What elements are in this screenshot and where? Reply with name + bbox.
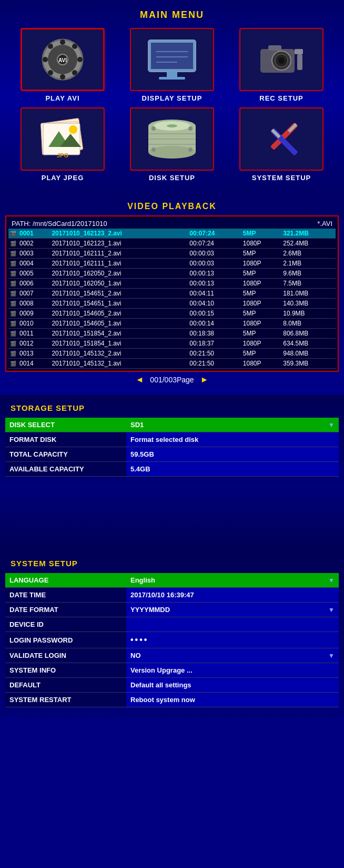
svg-rect-14 [167, 72, 177, 77]
setting-value-cell: Version Upgrage ... [126, 663, 339, 678]
file-resolution: 5MP [241, 329, 281, 339]
video-file-row[interactable]: 🎬 0008 20171010_154651_1.avi 00:04:10 10… [8, 299, 336, 309]
video-file-row[interactable]: 🎬 0002 20171010_162123_1.avi 00:07:24 10… [8, 239, 336, 249]
video-file-row[interactable]: 🎬 0005 20171010_162050_2.avi 00:00:13 5M… [8, 269, 336, 279]
svg-point-40 [151, 147, 156, 152]
file-number: 0003 [18, 249, 50, 259]
system-settings-row[interactable]: DEFAULT Default all settings [5, 678, 339, 693]
svg-rect-25 [297, 54, 302, 70]
svg-rect-24 [268, 45, 281, 51]
svg-point-31 [69, 125, 77, 134]
path-text: PATH: /mnt/SdCard1/20171010 [12, 220, 107, 228]
setting-value: NO [130, 652, 141, 659]
file-icon-cell: 🎬 [8, 229, 18, 239]
system-settings-row[interactable]: DATE TIME 2017/10/10 16:39:47 [5, 588, 339, 603]
setting-value: 2017/10/10 16:39:47 [130, 591, 194, 599]
display-setup-icon [143, 36, 201, 83]
video-file-row[interactable]: 🎬 0001 20171010_162123_2.avi 00:07:24 5M… [8, 229, 336, 239]
system-settings-row[interactable]: SYSTEM RESTART Reboot system now [5, 693, 339, 707]
svg-point-7 [48, 44, 53, 49]
video-file-row[interactable]: 🎬 0003 20171010_162111_2.avi 00:00:03 5M… [8, 249, 336, 259]
storage-settings-row[interactable]: TOTAL CAPACITY 59.5GB [5, 447, 339, 462]
file-name: 20171010_162050_2.avi [50, 269, 188, 279]
page-next-button[interactable]: ► [200, 375, 209, 384]
svg-point-39 [188, 126, 193, 131]
video-file-row[interactable]: 🎬 0009 20171010_154605_2.avi 00:00:15 5M… [8, 309, 336, 319]
menu-item-play-jpeg[interactable]: JPG PLAY JPEG [11, 107, 115, 182]
system-settings-row[interactable]: SYSTEM INFO Version Upgrage ... [5, 663, 339, 678]
video-file-row[interactable]: 🎬 0012 20171010_151854_1.avi 00:18:37 10… [8, 339, 336, 349]
file-number: 0011 [18, 329, 50, 339]
file-icon-cell: 🎬 [8, 239, 18, 249]
setting-label: TOTAL CAPACITY [5, 447, 126, 462]
setting-value-cell[interactable]: English▼ [126, 573, 339, 588]
setting-value-cell: •••• [126, 632, 339, 648]
menu-item-disk-setup[interactable]: DISK SETUP [120, 107, 224, 182]
file-duration: 00:21:50 [188, 349, 241, 359]
video-file-row[interactable]: 🎬 0010 20171010_154605_1.avi 00:00:14 10… [8, 319, 336, 329]
system-settings-row[interactable]: LANGUAGE English▼ [5, 573, 339, 588]
file-size: 321.2MB [281, 229, 336, 239]
page-prev-button[interactable]: ◄ [136, 375, 144, 384]
system-settings-row[interactable]: DEVICE ID [5, 617, 339, 632]
storage-settings-row[interactable]: DISK SELECT SD1▼ [5, 418, 339, 432]
file-duration: 00:18:37 [188, 339, 241, 349]
menu-item-play-avi[interactable]: AVI PLAY AVI [11, 28, 115, 102]
setting-value-cell[interactable]: SD1▼ [126, 418, 339, 432]
video-file-row[interactable]: 🎬 0004 20171010_162111_1.avi 00:00:03 10… [8, 259, 336, 269]
setting-value-cell[interactable]: YYYYMMDD▼ [126, 603, 339, 617]
storage-settings-row[interactable]: FORMAT DISK Format selected disk [5, 432, 339, 447]
file-name: 20171010_151854_1.avi [50, 339, 188, 349]
play-jpeg-icon: JPG [34, 113, 92, 165]
system-settings-row[interactable]: LOGIN PASSWORD •••• [5, 632, 339, 648]
file-duration: 00:00:15 [188, 309, 241, 319]
setting-value: YYYYMMDD [130, 606, 170, 614]
storage-settings-table: DISK SELECT SD1▼ FORMAT DISK Format sele… [5, 418, 339, 477]
file-name: 20171010_154651_2.avi [50, 289, 188, 299]
dropdown-arrow-icon: ▼ [328, 421, 335, 429]
setting-value-cell[interactable]: NO▼ [126, 648, 339, 663]
play-avi-icon-box: AVI [21, 28, 105, 91]
menu-item-system-setup[interactable]: SYSTEM SETUP [229, 107, 333, 182]
file-size: 10.9MB [281, 309, 336, 319]
video-file-row[interactable]: 🎬 0006 20171010_162050_1.avi 00:00:13 10… [8, 279, 336, 289]
file-resolution: 1080P [241, 279, 281, 289]
video-file-row[interactable]: 🎬 0007 20171010_154651_2.avi 00:04:11 5M… [8, 289, 336, 299]
video-file-row[interactable]: 🎬 0014 20171010_145132_1.avi 00:21:50 10… [8, 359, 336, 369]
video-file-row[interactable]: 🎬 0011 20171010_151854_2.avi 00:18:38 5M… [8, 329, 336, 339]
setting-value-cell: 59.5GB [126, 447, 339, 462]
menu-item-display-setup[interactable]: DISPLAY SETUP [120, 28, 224, 102]
setting-value: Format selected disk [130, 436, 198, 443]
dropdown-arrow-icon: ▼ [328, 652, 335, 659]
system-settings-row[interactable]: VALIDATE LOGIN NO▼ [5, 648, 339, 663]
system-settings-row[interactable]: DATE FORMAT YYYYMMDD▼ [5, 603, 339, 617]
file-number: 0007 [18, 289, 50, 299]
rec-setup-icon-box [239, 28, 323, 91]
setting-value-cell: Format selected disk [126, 432, 339, 447]
file-icon-cell: 🎬 [8, 259, 18, 269]
file-resolution: 5MP [241, 349, 281, 359]
setting-value: 59.5GB [130, 450, 154, 458]
svg-point-37 [167, 124, 177, 127]
storage-settings-row[interactable]: AVAILABLE CAPACITY 5.4GB [5, 462, 339, 477]
file-resolution: 1080P [241, 239, 281, 249]
dropdown-arrow-icon: ▼ [328, 577, 335, 584]
file-name: 20171010_162111_2.avi [50, 249, 188, 259]
svg-point-35 [148, 146, 196, 159]
menu-item-rec-setup[interactable]: REC SETUP [229, 28, 333, 102]
file-size: 9.6MB [281, 269, 336, 279]
system-settings-table: LANGUAGE English▼ DATE TIME 2017/10/10 1… [5, 573, 339, 707]
setting-value-cell: Reboot system now [126, 693, 339, 707]
svg-text:AVI: AVI [58, 57, 67, 63]
video-file-table: 🎬 0001 20171010_162123_2.avi 00:07:24 5M… [8, 229, 336, 369]
display-setup-label: DISPLAY SETUP [142, 94, 203, 102]
file-icon-cell: 🎬 [8, 249, 18, 259]
svg-rect-13 [151, 43, 193, 69]
file-size: 252.4MB [281, 239, 336, 249]
file-duration: 00:07:24 [188, 239, 241, 249]
file-name: 20171010_162123_1.avi [50, 239, 188, 249]
file-duration: 00:00:13 [188, 269, 241, 279]
file-number: 0010 [18, 319, 50, 329]
setting-label: DEVICE ID [5, 617, 126, 632]
video-file-row[interactable]: 🎬 0013 20171010_145132_2.avi 00:21:50 5M… [8, 349, 336, 359]
